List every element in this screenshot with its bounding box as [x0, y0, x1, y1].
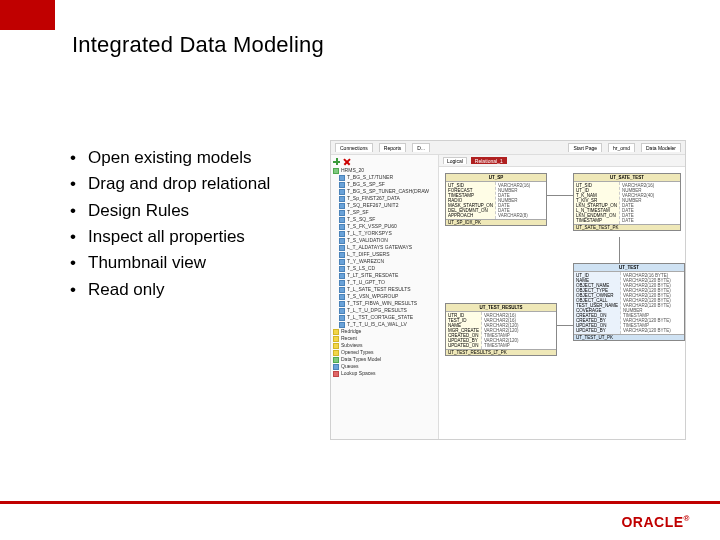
tree-node[interactable]: T_S_VSN_WPGROUP [333, 293, 436, 300]
entity-footer: UT_SATE_TEST_PK [574, 224, 680, 230]
entity-col-names: UT_IDNAMEOBJECT_NAMEOBJECT_TYPEOBJECT_OW… [574, 272, 621, 334]
tree-node[interactable]: L_T_DIFF_USERS [333, 251, 436, 258]
tree-node-icon [339, 266, 345, 272]
tree-node-icon [333, 168, 339, 174]
entity-col-types: VARCHAR2(16 BYTE)VARCHAR2(120 BYTE)VARCH… [621, 272, 673, 334]
add-icon[interactable] [333, 158, 340, 165]
col-name: UPDATED_BY [576, 328, 618, 333]
tree-node[interactable]: T_S_VALIDATION [333, 237, 436, 244]
tree-node-label: T_T_U_GPT_TO [347, 279, 385, 285]
entity-ut-sp[interactable]: UT_SP UT_SIDFORECASTTIMESTAMPRADIOMASK_S… [445, 173, 547, 226]
tree-node[interactable]: Redridge [333, 328, 436, 335]
tree-node-label: Queues [341, 363, 359, 369]
tree-node[interactable]: T_T_U_GPT_TO [333, 279, 436, 286]
tree-node-label: T_S_LS_CD [347, 265, 375, 271]
bullet-dot: • [70, 224, 88, 250]
tree-node-label: T_LT_SITE_RESDATE [347, 272, 398, 278]
tree-node[interactable]: Queues [333, 363, 436, 370]
tree-node-label: Subviews [341, 342, 362, 348]
tree-node-icon [339, 322, 345, 328]
tree-node[interactable]: L_T_ALDATAYS GATEWAYS [333, 244, 436, 251]
bullet-item: •Thumbnail view [70, 250, 270, 276]
tree-node[interactable]: T_L_T_U_DPG_RESULTS [333, 307, 436, 314]
col-type: TIMESTAMP [484, 343, 519, 348]
tree-node[interactable]: Opened Types [333, 349, 436, 356]
tree-node[interactable]: Recent [333, 335, 436, 342]
bullet-item: •Design Rules [70, 198, 270, 224]
slide-title: Integrated Data Modeling [72, 32, 324, 58]
col-type: VARCHAR2(8) [498, 213, 530, 218]
tab-logical[interactable]: Logical [443, 157, 467, 164]
tree-node-icon [339, 245, 345, 251]
bullet-item: •Inspect all properties [70, 224, 270, 250]
tree-node-label: Opened Types [341, 349, 373, 355]
tree-node[interactable]: T_Y_WAREZCN [333, 258, 436, 265]
tree-node-label: Redridge [341, 328, 361, 334]
tree-node-icon [339, 182, 345, 188]
registered-mark: ® [684, 514, 690, 523]
entity-col-names: UT_SIDFORECASTTIMESTAMPRADIOMASK_STARTUP… [446, 182, 496, 219]
tree-node[interactable]: T_S_SQ_SF [333, 216, 436, 223]
tree-node-icon [339, 280, 345, 286]
entity-header: UT_TEST_RESULTS [446, 304, 556, 312]
tree-node[interactable]: T_T_T_U_I5_CA_WAL_LV [333, 321, 436, 328]
tree-node[interactable]: T_BG_S_SP_TUNER_CASH(DRAW [333, 188, 436, 195]
tree-node[interactable]: T_L_TST_CORTAGE_STATE [333, 314, 436, 321]
bullet-dot: • [70, 145, 88, 171]
tree-node[interactable]: T_LT_SITE_RESDATE [333, 272, 436, 279]
col-name: TIMESTAMP [576, 218, 617, 223]
tree-node-icon [333, 371, 339, 377]
tree-node-label: T_S_VSN_WPGROUP [347, 293, 398, 299]
tab-reports[interactable]: Reports [379, 143, 407, 152]
screenshot-topbar: Connections Reports D... Start Page hr_o… [331, 141, 685, 155]
screenshot-body: HRMS_20T_BG_S_LT/TUNERT_BG_S_SP_SFT_BG_S… [331, 155, 685, 439]
bullet-text: Open existing models [88, 145, 251, 171]
bullet-item: •Open existing models [70, 145, 270, 171]
entity-ut-test-results[interactable]: UT_TEST_RESULTS UTR_IDTEST_IDNAMEMGR_CRE… [445, 303, 557, 356]
tree-node[interactable]: Subviews [333, 342, 436, 349]
tree-node-icon [339, 308, 345, 314]
tree-node-icon [333, 329, 339, 335]
bullet-text: Drag and drop relational [88, 171, 270, 197]
delete-icon[interactable] [343, 158, 350, 165]
col-name: APPROACH [448, 213, 493, 218]
tree-node-label: T_SQ_REF267_UNIT2 [347, 202, 398, 208]
tab-start-page[interactable]: Start Page [568, 143, 602, 152]
tab-more[interactable]: D... [412, 143, 430, 152]
tab-connections[interactable]: Connections [335, 143, 373, 152]
tree-node-icon [339, 301, 345, 307]
tree-node-icon [339, 189, 345, 195]
tree-node[interactable]: T_SP_SF [333, 209, 436, 216]
tree-node-icon [339, 217, 345, 223]
tree-node[interactable]: T_BG_S_SP_SF [333, 181, 436, 188]
tree-node[interactable]: T_L_T_YORKSPYS [333, 230, 436, 237]
tab-relational[interactable]: Relational_1 [471, 157, 507, 164]
tree-nodes-container: HRMS_20T_BG_S_LT/TUNERT_BG_S_SP_SFT_BG_S… [333, 167, 436, 377]
tree-node-label: T_BG_S_SP_TUNER_CASH(DRAW [347, 188, 429, 194]
tree-node-icon [339, 252, 345, 258]
tree-node[interactable]: HRMS_20 [333, 167, 436, 174]
tree-panel: HRMS_20T_BG_S_LT/TUNERT_BG_S_SP_SFT_BG_S… [331, 155, 439, 439]
tab-data-modeler[interactable]: Data Modeler [641, 143, 681, 152]
tree-node-label: T_BG_S_LT/TUNER [347, 174, 393, 180]
tree-node-label: T_Sp_FINST267_DATA [347, 195, 400, 201]
tree-node[interactable]: Lookup Spaces [333, 370, 436, 377]
entity-header: UT_SATE_TEST [574, 174, 680, 182]
tree-node[interactable]: T_S_FK_VSSP_PU60 [333, 223, 436, 230]
entity-col-types: VARCHAR2(16)NUMBERVARCHAR2(40)NUMBERDATE… [620, 182, 656, 224]
tree-node[interactable]: T_SQ_REF267_UNIT2 [333, 202, 436, 209]
bullet-dot: • [70, 171, 88, 197]
entity-ut-test[interactable]: UT_TEST UT_IDNAMEOBJECT_NAMEOBJECT_TYPEO… [573, 263, 685, 341]
tab-hr-omd[interactable]: hr_omd [608, 143, 635, 152]
tree-node-label: T_L_TST_CORTAGE_STATE [347, 314, 413, 320]
entity-columns: UT_IDNAMEOBJECT_NAMEOBJECT_TYPEOBJECT_OW… [574, 272, 684, 334]
tree-node[interactable]: T_S_LS_CD [333, 265, 436, 272]
tree-node[interactable]: Data Types Model [333, 356, 436, 363]
col-type: VARCHAR2(120 BYTE) [623, 328, 671, 333]
entity-ut-sate-test[interactable]: UT_SATE_TEST UT_SIDUT_IDT_K_NAMT_KIV_SRL… [573, 173, 681, 231]
tree-node[interactable]: T_Sp_FINST267_DATA [333, 195, 436, 202]
tree-node[interactable]: T_L_SATE_TEST RESULTS [333, 286, 436, 293]
entity-footer: UT_SP_IDX_PK [446, 219, 546, 225]
tree-node[interactable]: T_BG_S_LT/TUNER [333, 174, 436, 181]
tree-node[interactable]: T_TST_FIBVA_WIN_RESULTS [333, 300, 436, 307]
